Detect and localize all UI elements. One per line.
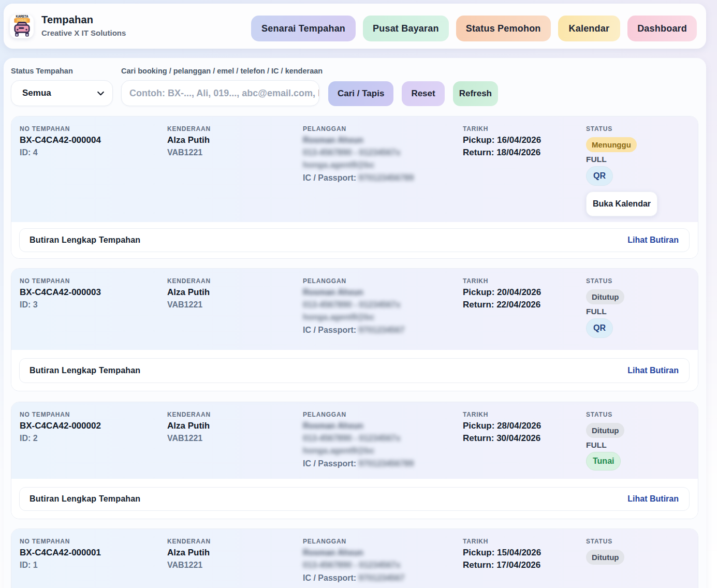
- svg-text:PRIME: PRIME: [17, 18, 27, 22]
- svg-text:KARETA: KARETA: [16, 14, 28, 18]
